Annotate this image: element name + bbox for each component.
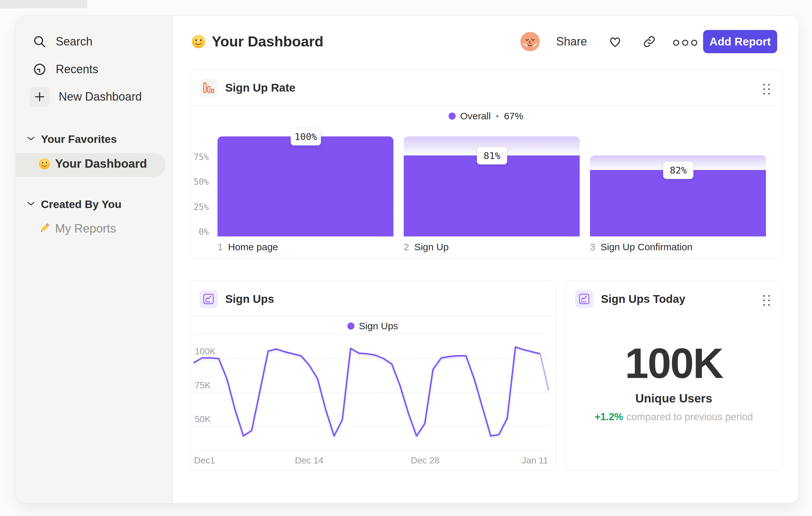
- line-x-axis-label: Dec1: [194, 455, 215, 466]
- sidebar-section-label: Created By You: [41, 198, 121, 211]
- funnel-bar[interactable]: [590, 170, 766, 236]
- legend-separator: •: [496, 111, 499, 121]
- add-report-button[interactable]: Add Report: [703, 30, 777, 53]
- card-title: Sign Ups Today: [601, 293, 685, 305]
- stat-value: 100K: [566, 339, 782, 388]
- sidebar-section-your-favorites[interactable]: Your Favorites: [27, 133, 117, 145]
- pencil-emoji-icon: [38, 222, 51, 235]
- stat-delta-value: +1.2%: [594, 411, 623, 423]
- sidebar-item-label: My Reports: [55, 222, 116, 236]
- line-x-axis-label: Dec 28: [411, 455, 439, 466]
- line-x-axis-label: Jan 11: [522, 455, 548, 466]
- plus-icon: [30, 87, 50, 107]
- funnel-step-label: Home page: [228, 242, 278, 252]
- sign-up-rate-card: Sign Up Rate Overall • 67% 75%50%25%0%10…: [190, 69, 782, 259]
- chevron-down-icon: [27, 201, 34, 207]
- chevron-down-icon: [27, 136, 34, 142]
- line-chart-icon: [199, 290, 218, 308]
- card-drag-handle[interactable]: [763, 84, 770, 94]
- card-title: Sign Ups: [225, 293, 274, 305]
- line-chart-icon: [575, 290, 593, 308]
- funnel-value-tooltip: 81%: [477, 147, 507, 164]
- legend-label: Sign Ups: [359, 321, 398, 331]
- line-chart-svg: [194, 334, 548, 451]
- funnel-step-number: 3: [590, 242, 596, 252]
- smiley-emoji-icon: [191, 34, 206, 49]
- legend-dot: [448, 113, 456, 120]
- funnel-step-number: 2: [404, 242, 409, 252]
- line-y-axis-label: 100K: [195, 346, 215, 357]
- funnel-step-label: Sign Up Confirmation: [601, 242, 692, 252]
- funnel-chart-icon: [199, 79, 218, 97]
- funnel-y-axis-label: 75%: [190, 152, 209, 163]
- funnel-y-axis-label: 50%: [190, 176, 209, 187]
- legend-label: Overall: [460, 111, 491, 121]
- card-drag-handle[interactable]: [763, 295, 770, 306]
- sign-ups-card: Sign Ups Sign Ups 100K75K50KDec1Dec 14De…: [190, 280, 556, 470]
- sidebar-item-label: Your Dashboard: [55, 157, 147, 171]
- avatar[interactable]: [520, 32, 540, 52]
- funnel-value-tooltip: 82%: [663, 162, 693, 179]
- funnel-legend[interactable]: Overall • 67%: [190, 109, 782, 123]
- stat-delta-row: +1.2%compared to previous period: [566, 411, 782, 423]
- sidebar-item-label: Search: [56, 35, 92, 48]
- funnel-bar[interactable]: [404, 156, 580, 236]
- funnel-bar[interactable]: [218, 136, 394, 236]
- copy-link-icon[interactable]: [643, 35, 656, 48]
- card-title: Sign Up Rate: [225, 81, 295, 94]
- share-button[interactable]: Share: [556, 32, 587, 52]
- stat-unit-label: Unique Users: [566, 392, 782, 405]
- line-chart-plot: [194, 334, 548, 451]
- funnel-y-axis-label: 25%: [190, 201, 209, 213]
- sidebar-item-your-dashboard[interactable]: Your Dashboard: [38, 157, 147, 171]
- sidebar-item-label: Recents: [56, 62, 98, 76]
- funnel-category: 2Sign Up: [404, 241, 448, 253]
- stat-delta-note: compared to previous period: [627, 411, 753, 423]
- funnel-category: 3Sign Up Confirmation: [590, 241, 692, 253]
- legend-value: 67%: [504, 111, 523, 121]
- background-window-tab: [0, 0, 87, 8]
- line-legend[interactable]: Sign Ups: [190, 319, 555, 333]
- line-y-axis-label: 75K: [195, 380, 211, 391]
- sidebar-section-created-by-you[interactable]: Created By You: [27, 198, 121, 211]
- sign-ups-today-card: Sign Ups Today 100K Unique Users +1.2%co…: [565, 280, 782, 470]
- favorite-heart-icon[interactable]: [608, 34, 622, 49]
- legend-dot: [347, 323, 354, 330]
- search-icon: [33, 34, 47, 49]
- smiley-emoji-icon: [38, 158, 51, 170]
- funnel-value-tooltip: 100%: [291, 128, 321, 145]
- page-title-text: Your Dashboard: [212, 33, 323, 50]
- line-y-axis-label: 50K: [195, 414, 211, 425]
- funnel-step-label: Sign Up: [414, 242, 449, 252]
- line-x-axis-label: Dec 14: [295, 455, 323, 466]
- card-divider: [190, 105, 782, 106]
- app-window: Search Recents New Dashboard Your Favori…: [16, 16, 799, 504]
- clock-icon: [33, 62, 47, 76]
- sidebar-item-recents[interactable]: Recents: [33, 59, 98, 79]
- more-options-icon[interactable]: [673, 40, 697, 46]
- funnel-y-axis-label: 0%: [190, 226, 209, 237]
- sidebar-item-new-dashboard[interactable]: New Dashboard: [33, 87, 142, 107]
- sidebar-section-label: Your Favorites: [41, 133, 117, 145]
- funnel-category: 1Home page: [218, 241, 278, 253]
- funnel-step-number: 1: [218, 242, 223, 252]
- sidebar-item-my-reports[interactable]: My Reports: [38, 222, 116, 236]
- sidebar-item-search[interactable]: Search: [33, 32, 92, 52]
- page-title: Your Dashboard: [191, 32, 323, 52]
- sidebar-item-label: New Dashboard: [59, 90, 142, 104]
